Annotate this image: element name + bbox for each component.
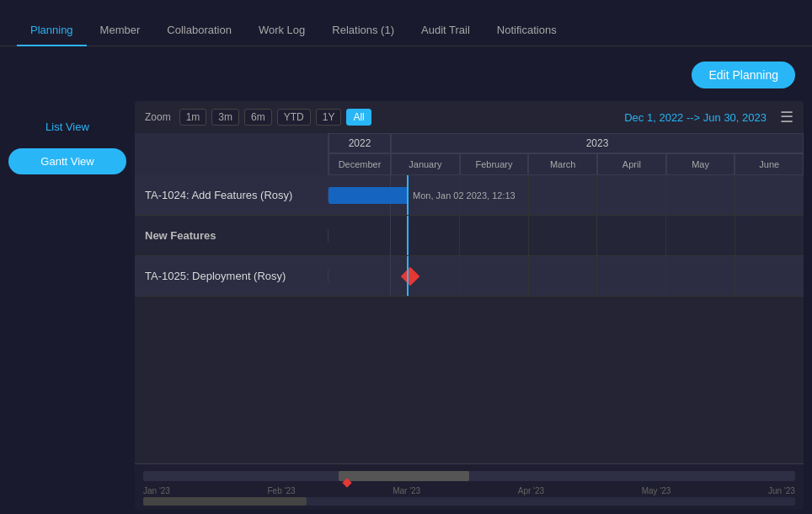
group-title-new-features: New Features [135,229,329,242]
grid-col-mar-2 [529,216,598,255]
grid-col-jun-3 [735,256,804,296]
current-date-line [407,175,409,215]
gantt-view-button[interactable]: Gantt View [8,148,126,174]
gantt-area: Zoom 1m 3m 6m YTD 1Y All Dec 1, 2022 -->… [135,101,804,510]
minimap-label-jan: Jan '23 [143,486,170,495]
zoom-1y-button[interactable]: 1Y [316,109,342,126]
minimap-labels: Jan '23 Feb '23 Mar '23 Apr '23 May '23 … [135,481,804,495]
minimap-label-jun: Jun '23 [768,486,795,495]
tab-planning[interactable]: Planning [17,15,87,46]
grid-col-jun [735,175,804,215]
gantt-chart: 2022 2023 December January February Marc… [135,133,804,510]
grid-col-may-3 [666,256,735,296]
month-may: May [666,153,735,175]
grid-lines-2 [329,216,804,255]
grid-col-mar-3 [529,256,598,296]
grid-col-dec-2 [329,216,391,255]
task-bar-area-ta-1024: Mon, Jan 02 2023, 12:13 [329,175,804,215]
minimap-scrollbar-thumb[interactable] [143,497,307,506]
tab-member[interactable]: Member [87,15,154,46]
minimap-label-mar: Mar '23 [393,486,420,495]
task-bar-ta-1024[interactable] [329,187,409,204]
grid-col-apr [597,175,666,215]
sidebar: List View Gantt View [0,97,135,514]
grid-col-feb-3 [460,256,529,296]
minimap-thumb[interactable] [339,471,469,481]
zoom-all-button[interactable]: All [346,109,371,126]
grid-col-jun-2 [735,216,804,255]
date-range: Dec 1, 2022 --> Jun 30, 2023 [624,111,767,124]
list-view-button[interactable]: List View [8,114,126,140]
grid-col-dec-3 [329,256,391,296]
main-content: List View Gantt View Zoom 1m 3m 6m YTD 1… [0,97,812,514]
gantt-row-ta-1025: TA-1025: Deployment (Rosy) [135,256,804,297]
grid-col-mar [529,175,598,215]
minimap-label-apr: Apr '23 [518,486,544,495]
top-navigation: Planning Member Collaboration Work Log R… [0,0,812,46]
month-march: March [528,153,597,175]
month-june: June [735,153,804,175]
current-date-line-2 [407,216,409,255]
zoom-label: Zoom [145,111,171,123]
toolbar: Edit Planning [0,46,812,97]
minimap-track[interactable] [143,471,795,481]
grid-col-may [666,175,735,215]
tab-work-log[interactable]: Work Log [245,15,318,46]
minimap-label-feb: Feb '23 [268,486,296,495]
grid-col-may-2 [666,216,735,255]
month-december: December [329,153,391,175]
minimap-scrollbar[interactable] [143,497,795,506]
grid-col-apr-2 [597,216,666,255]
gantt-minimap: Jan '23 Feb '23 Mar '23 Apr '23 May '23 … [135,463,804,510]
task-bar-area-ta-1025 [329,256,804,296]
group-bar-area-new-features [329,216,804,255]
grid-col-jan-2 [391,216,460,255]
month-april: April [597,153,666,175]
month-january: January [391,153,460,175]
tab-relations[interactable]: Relations (1) [318,15,408,46]
minimap-label-may: May '23 [642,486,671,495]
year-2022: 2022 [329,133,391,153]
current-date-line-3 [407,256,409,296]
grid-col-feb-2 [460,216,529,255]
tab-audit-trail[interactable]: Audit Trail [408,15,483,46]
task-tooltip-ta-1024: Mon, Jan 02 2023, 12:13 [413,190,516,201]
task-title-ta-1025: TA-1025: Deployment (Rosy) [135,270,329,282]
year-2023: 2023 [391,133,804,153]
gantt-toolbar: Zoom 1m 3m 6m YTD 1Y All Dec 1, 2022 -->… [135,101,804,133]
tab-collaboration[interactable]: Collaboration [153,15,245,46]
edit-planning-button[interactable]: Edit Planning [692,62,795,88]
task-title-ta-1024: TA-1024: Add Features (Rosy) [135,189,329,201]
gantt-row-new-features: New Features [135,216,804,256]
tab-notifications[interactable]: Notifications [483,15,570,46]
zoom-6m-button[interactable]: 6m [244,109,272,126]
month-february: February [460,153,529,175]
zoom-ytd-button[interactable]: YTD [277,109,311,126]
gantt-menu-icon[interactable]: ☰ [780,108,793,126]
zoom-3m-button[interactable]: 3m [211,109,239,126]
zoom-1m-button[interactable]: 1m [179,109,207,126]
grid-col-apr-3 [597,256,666,296]
gantt-row-ta-1024: TA-1024: Add Features (Rosy) [135,175,804,216]
